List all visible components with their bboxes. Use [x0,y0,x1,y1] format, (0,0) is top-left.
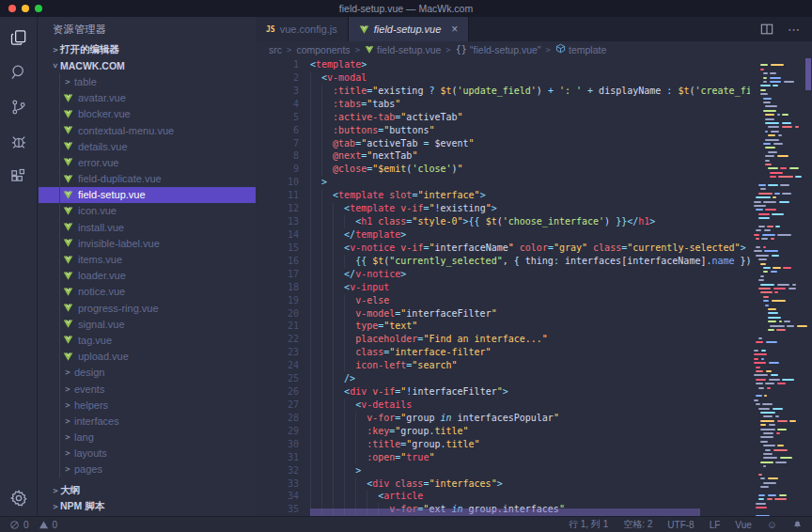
cursor-position[interactable]: 行 1, 列 1 [569,518,608,531]
open-editors-section[interactable]: > 打开的编辑器 [39,41,256,57]
encoding-setting[interactable]: UTF-8 [667,520,694,530]
code-line-20[interactable]: 20v-model="interfaceFilter" [256,307,750,321]
tree-item-tag-vue[interactable]: tag.vue [39,332,256,348]
code-line-25[interactable]: 25/> [256,372,750,385]
code-line-8[interactable]: 8@next="nextTab" [256,149,750,163]
code-line-22[interactable]: 22placeholder="Find an interface..." [256,333,750,346]
minimize-window-button[interactable] [22,5,29,12]
tree-item-blocker-vue[interactable]: blocker.vue [39,106,256,122]
code-line-1[interactable]: 1<template> [256,58,750,71]
code-line-16[interactable]: 16{{ $t("currently_selected", { thing: i… [256,255,750,268]
split-editor-icon[interactable] [759,22,774,37]
workspace-section[interactable]: > MACWK.COM [39,57,256,73]
tree-item-signal-vue[interactable]: signal.vue [39,316,256,332]
tree-item-notice-vue[interactable]: notice.vue [39,284,256,300]
language-mode[interactable]: Vue [735,520,751,530]
code-line-5[interactable]: 5:active-tab="activeTab" [256,111,750,124]
problems-warnings[interactable]: 0 [39,520,58,530]
close-window-button[interactable] [8,5,16,12]
code-line-27[interactable]: 27<v-details [256,399,750,412]
debug-icon[interactable] [8,132,29,152]
code-line-14[interactable]: 14</template> [256,228,750,242]
code-line-21[interactable]: 21type="text" [256,320,750,333]
tree-item-helpers[interactable]: >helpers [39,397,256,413]
code-line-33[interactable]: 33<div class="interfaces"> [256,477,750,491]
source-control-icon[interactable] [8,97,29,117]
code-line-12[interactable]: 12<template v-if="!existing"> [256,202,750,215]
code-line-34[interactable]: 34<article [256,490,750,503]
code-line-10[interactable]: 10> [256,176,750,189]
extensions-icon[interactable] [8,166,29,187]
tree-item-items-vue[interactable]: items.vue [39,251,256,267]
feedback-smiley-icon[interactable]: ☺ [767,519,777,530]
maximize-window-button[interactable] [35,5,42,12]
code-line-7[interactable]: 7@tab="activeTab = $event" [256,137,750,150]
code-line-4[interactable]: 4:tabs="tabs" [256,98,750,111]
code-line-29[interactable]: 29:key="group.title" [256,425,750,438]
code-line-23[interactable]: 23class="interface-filter" [256,346,750,359]
breadcrumb-item-3[interactable]: field-setup.vue [365,44,441,55]
tree-item-field-setup-vue[interactable]: field-setup.vue [39,187,256,203]
explorer-icon[interactable] [8,27,29,48]
code-line-13[interactable]: 13<h1 class="style-0">{{ $t('choose_inte… [256,215,750,228]
tree-item-pages[interactable]: >pages [39,462,256,477]
tree-item-error-vue[interactable]: error.vue [39,154,256,170]
npm-scripts-section[interactable]: > NPM 脚本 [39,498,256,514]
vertical-scrollbar-thumb[interactable] [805,58,811,90]
code-line-26[interactable]: 26<div v-if="!interfaceFilter"> [256,385,750,399]
tree-item-layouts[interactable]: >layouts [39,446,256,462]
code-line-28[interactable]: 28v-for="group in interfacesPopular" [256,412,750,425]
code-line-3[interactable]: 3:title="existing ? $t('update_field') +… [256,85,750,98]
tree-item-contextual-menu-vue[interactable]: contextual-menu.vue [39,122,256,138]
breadcrumb-item-4[interactable]: {}"field-setup.vue" [456,44,541,55]
code-line-17[interactable]: 17</v-notice> [256,268,750,281]
tab-field-setup-vue[interactable]: field-setup.vue× [349,17,470,41]
horizontal-scrollbar-thumb[interactable] [310,509,700,516]
code-line-9[interactable]: 9@close="$emit('close')" [256,163,750,176]
outline-section[interactable]: > 大纲 [39,482,256,498]
minimap[interactable] [750,57,804,516]
code-line-18[interactable]: 18<v-input [256,281,750,294]
gear-icon[interactable] [8,488,29,509]
code-editor[interactable]: 1<template>2<v-modal3:title="existing ? … [256,57,812,516]
breadcrumb-item-1[interactable]: src [269,44,282,55]
code-line-32[interactable]: 32> [256,464,750,477]
bell-icon[interactable] [792,520,803,530]
indentation-setting[interactable]: 空格: 2 [623,518,652,531]
close-icon[interactable]: × [451,23,458,36]
tree-item-table[interactable]: >table [39,73,256,89]
tree-item-events[interactable]: >events [39,381,256,397]
code-line-19[interactable]: 19v-else [256,294,750,307]
tree-item-interfaces[interactable]: >interfaces [39,413,256,429]
tree-item-icon-vue[interactable]: icon.vue [39,203,256,219]
vertical-scrollbar[interactable] [804,57,812,516]
breadcrumb-item-5[interactable]: template [555,43,606,55]
tree-item-label: interfaces [74,415,119,427]
code-line-11[interactable]: 11<template slot="interface"> [256,189,750,202]
breadcrumb-item-2[interactable]: components [296,44,350,55]
code-line-24[interactable]: 24icon-left="search" [256,359,750,372]
tree-item-design[interactable]: >design [39,365,256,381]
tree-item-details-vue[interactable]: details.vue [39,138,256,154]
code-line-6[interactable]: 6:buttons="buttons" [256,124,750,137]
code-line-31[interactable]: 31:open="true" [256,451,750,464]
code-line-2[interactable]: 2<v-modal [256,71,750,85]
code-line-30[interactable]: 30:title="group.title" [256,438,750,451]
tree-item-invisible-label-vue[interactable]: invisible-label.vue [39,235,256,251]
search-icon[interactable] [8,62,29,83]
tree-item-avatar-vue[interactable]: avatar.vue [39,90,256,106]
tree-item-field-duplicate-vue[interactable]: field-duplicate.vue [39,171,256,187]
code-token: 'close' [412,164,451,174]
tree-item-install-vue[interactable]: install.vue [39,219,256,235]
tree-item-upload-vue[interactable]: upload.vue [39,349,256,365]
tab-vue-config-js[interactable]: JSvue.config.js [256,17,349,41]
code-token: v-if [395,243,423,253]
problems-errors[interactable]: 0 [9,520,29,530]
horizontal-scrollbar[interactable] [310,509,700,516]
tree-item-progress-ring-vue[interactable]: progress-ring.vue [39,300,256,316]
tree-item-lang[interactable]: >lang [39,430,256,446]
more-actions-icon[interactable]: ⋯ [788,23,801,37]
eol-setting[interactable]: LF [710,520,721,530]
tree-item-loader-vue[interactable]: loader.vue [39,268,256,284]
code-line-15[interactable]: 15<v-notice v-if="interfaceName" color="… [256,242,750,255]
